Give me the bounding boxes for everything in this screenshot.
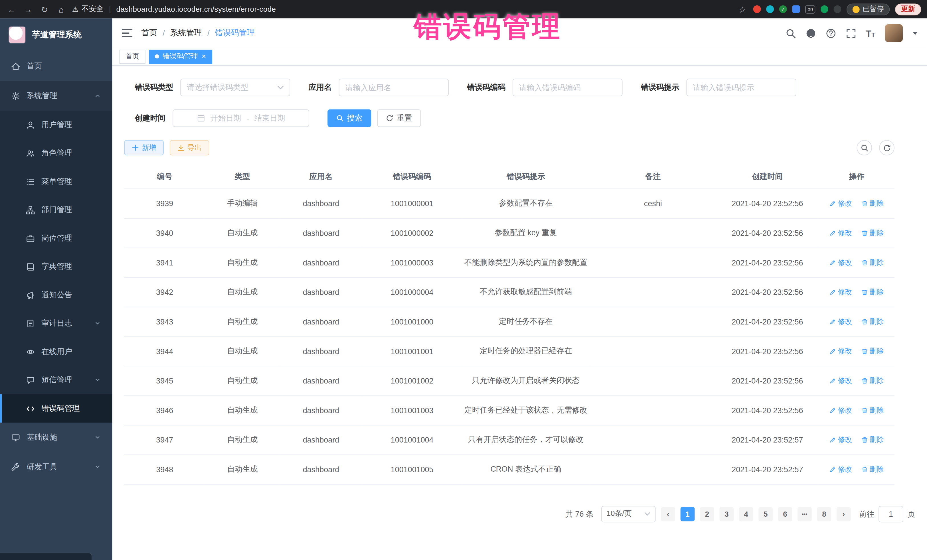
cell-time: 2021-04-20 23:52:57 — [716, 454, 819, 484]
tab-close-icon[interactable]: × — [202, 52, 206, 60]
github-icon[interactable] — [806, 28, 816, 38]
user-avatar[interactable] — [885, 24, 903, 42]
sidebar-item-menus[interactable]: 菜单管理 — [0, 167, 112, 196]
sidebar-item-roles[interactable]: 角色管理 — [0, 139, 112, 167]
edit-link[interactable]: 修改 — [830, 317, 852, 326]
browser-update-button[interactable]: 更新 — [895, 3, 921, 15]
date-range-picker[interactable]: 开始日期 - 结束日期 — [173, 109, 309, 127]
extension-on-badge[interactable]: on — [805, 5, 815, 14]
delete-link[interactable]: 删除 — [862, 346, 884, 356]
delete-link[interactable]: 删除 — [862, 198, 884, 208]
extension-grid-icon[interactable] — [792, 5, 800, 13]
sidebar-item-system[interactable]: 系统管理 — [0, 81, 112, 111]
goto-page-input[interactable] — [878, 505, 903, 522]
filter-label: 创建时间 — [135, 113, 166, 123]
reset-button[interactable]: 重置 — [377, 109, 421, 127]
fullscreen-icon[interactable] — [846, 28, 856, 38]
page-button-6[interactable]: 6 — [778, 507, 792, 521]
search-button[interactable]: 搜索 — [327, 109, 371, 127]
browser-home-icon[interactable]: ⌂ — [56, 5, 67, 14]
edit-link[interactable]: 修改 — [830, 258, 852, 267]
page-ellipsis-button[interactable]: ••• — [798, 507, 812, 521]
sidebar-item-notices[interactable]: 通知公告 — [0, 281, 112, 309]
page-button-4[interactable]: 4 — [739, 507, 753, 521]
sidebar-item-audit-log[interactable]: 审计日志 — [0, 309, 112, 337]
page-button-5[interactable]: 5 — [758, 507, 773, 521]
trash-icon — [862, 289, 868, 295]
delete-link[interactable]: 删除 — [862, 228, 884, 238]
back-icon[interactable]: ← — [6, 5, 17, 14]
sidebar-item-home[interactable]: 首页 — [0, 51, 112, 81]
add-button[interactable]: 新增 — [124, 140, 164, 155]
url-text[interactable]: dashboard.yudao.iocoder.cn/system/error-… — [116, 5, 276, 14]
help-icon[interactable] — [826, 28, 836, 38]
delete-link[interactable]: 删除 — [862, 287, 884, 297]
profile-paused-chip[interactable]: 已暂停 — [846, 3, 890, 15]
edit-link[interactable]: 修改 — [830, 198, 852, 208]
cell-code: 1001001001 — [363, 336, 462, 366]
sidebar-item-sms[interactable]: 短信管理 — [0, 366, 112, 394]
edit-link[interactable]: 修改 — [830, 228, 852, 238]
table-row: 3948 自动生成 dashboard 1001001005 CRON 表达式不… — [124, 454, 895, 484]
edit-link[interactable]: 修改 — [830, 375, 852, 385]
reload-icon[interactable]: ↻ — [39, 5, 50, 14]
sidebar-item-departments[interactable]: 部门管理 — [0, 196, 112, 224]
sidebar-item-error-code[interactable]: 错误码管理 — [0, 394, 112, 422]
breadcrumb-system[interactable]: 系统管理 — [170, 28, 202, 38]
sidebar-item-dictionary[interactable]: 字典管理 — [0, 252, 112, 281]
extension-leaf-icon[interactable] — [821, 5, 828, 13]
sidebar-item-users[interactable]: 用户管理 — [0, 111, 112, 139]
page-size-select[interactable]: 10条/页 — [601, 505, 656, 522]
tab-home[interactable]: 首页 — [120, 49, 146, 64]
cell-hint: 参数配置不存在 — [462, 188, 590, 218]
forward-icon[interactable]: → — [23, 5, 33, 14]
sidebar-item-devtools[interactable]: 研发工具 — [0, 452, 112, 482]
sidebar-toggle-icon[interactable] — [122, 29, 132, 37]
cell-app: dashboard — [280, 277, 362, 307]
page-button-8[interactable]: 8 — [817, 507, 831, 521]
extension-record-icon[interactable] — [753, 5, 761, 13]
next-page-button[interactable]: › — [837, 507, 851, 521]
export-button[interactable]: 导出 — [170, 140, 209, 155]
edit-link[interactable]: 修改 — [830, 434, 852, 445]
error-type-select[interactable]: 请选择错误码类型 — [180, 79, 290, 96]
tab-error-code[interactable]: 错误码管理 × — [149, 49, 212, 64]
page-button-2[interactable]: 2 — [700, 507, 714, 521]
extension-check-icon[interactable]: ✓ — [779, 5, 787, 13]
avatar-caret-icon[interactable] — [913, 32, 918, 35]
delete-link[interactable]: 删除 — [862, 434, 884, 445]
delete-link[interactable]: 删除 — [862, 258, 884, 267]
sidebar-item-label: 短信管理 — [41, 375, 72, 385]
edit-link[interactable]: 修改 — [830, 287, 852, 297]
show-search-button[interactable] — [857, 140, 872, 155]
edit-icon — [830, 466, 836, 472]
edit-link[interactable]: 修改 — [830, 464, 852, 474]
extension-pin-icon[interactable] — [834, 5, 842, 13]
delete-link[interactable]: 删除 — [862, 375, 884, 385]
refresh-table-button[interactable] — [879, 140, 895, 155]
page-button-1[interactable]: 1 — [681, 507, 695, 521]
prev-page-button[interactable]: ‹ — [661, 507, 675, 521]
delete-link[interactable]: 删除 — [862, 317, 884, 326]
sidebar-item-online-users[interactable]: 在线用户 — [0, 338, 112, 366]
cell-id: 3939 — [124, 188, 205, 218]
cell-app: dashboard — [280, 247, 362, 277]
sidebar-item-posts[interactable]: 岗位管理 — [0, 224, 112, 252]
page-button-3[interactable]: 3 — [719, 507, 734, 521]
security-indicator[interactable]: ⚠ 不安全 — [72, 4, 103, 14]
sidebar-item-infrastructure[interactable]: 基础设施 — [0, 423, 112, 452]
breadcrumb-home[interactable]: 首页 — [141, 28, 157, 38]
error-code-input[interactable] — [512, 79, 623, 96]
cell-id: 3942 — [124, 277, 205, 307]
bookmark-star-icon[interactable]: ☆ — [737, 5, 748, 14]
app-name-input[interactable] — [339, 79, 449, 96]
font-size-icon[interactable]: TT — [866, 28, 875, 38]
error-hint-input[interactable] — [686, 79, 796, 96]
extension-drop-icon[interactable] — [766, 5, 774, 13]
delete-link[interactable]: 删除 — [862, 405, 884, 415]
app-logo[interactable]: 芋道管理系统 — [0, 18, 112, 51]
edit-link[interactable]: 修改 — [830, 346, 852, 356]
search-icon[interactable] — [786, 28, 795, 38]
delete-link[interactable]: 删除 — [862, 464, 884, 474]
edit-link[interactable]: 修改 — [830, 405, 852, 415]
